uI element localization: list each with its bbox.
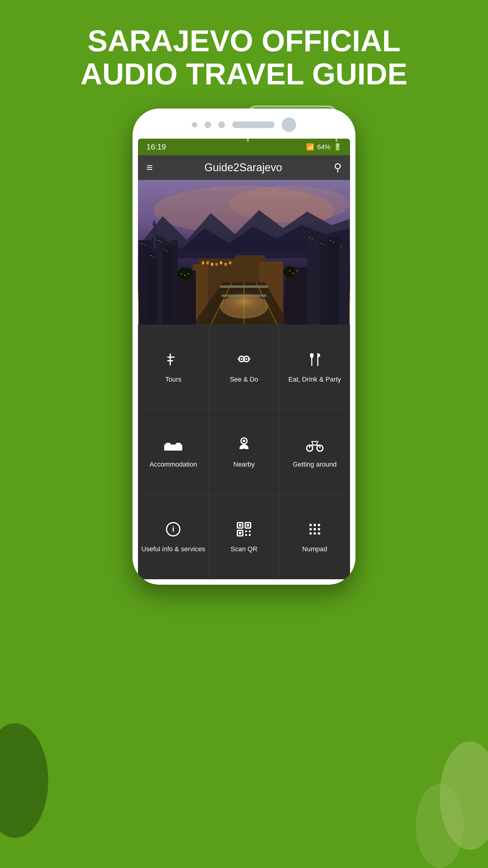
menu-item-getting-around[interactable]: Getting around [279,410,350,495]
phone-mockup: 16:19 📶 64% 🔋 ≡ Guide2Sarajevo ⚲ [133,108,355,772]
svg-rect-79 [243,358,245,360]
svg-rect-56 [181,273,182,274]
svg-line-95 [312,441,313,445]
city-hero-image [138,180,350,324]
svg-rect-108 [245,534,247,536]
svg-rect-40 [216,263,218,266]
scan-qr-icon [235,520,253,541]
svg-rect-9 [172,240,178,324]
svg-point-66 [274,190,275,191]
svg-point-112 [318,524,320,526]
svg-rect-101 [239,524,241,527]
svg-point-65 [235,195,235,195]
svg-rect-103 [247,524,249,527]
svg-rect-51 [221,294,267,297]
svg-point-67 [304,196,304,197]
svg-rect-13 [142,243,143,244]
svg-text:i: i [172,524,174,533]
menu-item-numpad[interactable]: Numpad [279,494,350,579]
svg-point-64 [214,189,215,190]
svg-point-62 [168,192,169,193]
svg-rect-71 [167,356,175,358]
svg-point-88 [243,440,245,442]
sensor-dot-3 [218,121,225,128]
accommodation-icon [163,435,184,456]
phone-shell: 16:19 📶 64% 🔋 ≡ Guide2Sarajevo ⚲ [133,108,355,585]
svg-point-68 [325,192,326,193]
see-do-label: See & Do [230,375,258,383]
toolbar: ≡ Guide2Sarajevo ⚲ [138,155,350,180]
svg-point-76 [246,358,247,360]
svg-rect-59 [289,270,290,271]
svg-rect-17 [158,240,159,241]
getting-around-label: Getting around [293,461,337,468]
svg-rect-107 [249,530,251,532]
svg-rect-86 [164,447,182,448]
menu-item-see-do[interactable]: See & Do [209,324,280,410]
numpad-icon [306,520,324,541]
svg-rect-27 [312,239,313,239]
decorative-wave-right2 [416,784,464,868]
svg-rect-72 [167,360,173,361]
menu-item-accommodation[interactable]: Accommodation [138,410,209,495]
status-icons: 📶 64% 🔋 [306,143,341,151]
svg-rect-85 [175,443,181,447]
app-title: Guide2Sarajevo [159,161,328,174]
nearby-label: Nearby [233,461,255,468]
phone-sensors [133,118,355,132]
svg-point-74 [241,358,242,360]
svg-rect-10 [154,225,156,249]
useful-info-label: Useful info & services [141,545,205,553]
menu-item-eat-drink[interactable]: Eat, Drink & Party [279,324,350,410]
svg-rect-28 [321,243,322,244]
svg-rect-26 [309,237,310,238]
svg-rect-105 [239,532,241,534]
menu-item-scan-qr[interactable]: Scan QR [209,494,280,579]
sensor-dot-1 [192,122,197,127]
svg-rect-83 [164,449,182,451]
svg-rect-5 [138,240,151,324]
sensor-camera [282,118,296,132]
getting-around-icon [304,435,325,456]
see-do-icon [235,350,253,371]
svg-rect-14 [144,245,145,245]
svg-rect-32 [340,246,341,247]
menu-item-nearby[interactable]: Nearby [209,410,280,495]
svg-rect-16 [153,257,154,257]
svg-rect-18 [160,242,161,242]
svg-rect-106 [245,530,247,532]
accommodation-label: Accommodation [150,461,197,468]
svg-rect-21 [173,243,174,244]
scan-qr-label: Scan QR [230,545,257,553]
svg-rect-12 [140,243,141,244]
status-time: 16:19 [147,142,166,152]
svg-rect-38 [206,261,209,264]
svg-rect-43 [229,261,231,264]
svg-rect-37 [202,261,204,264]
svg-rect-22 [307,234,321,324]
menu-item-tours[interactable]: Tours [138,324,209,410]
battery-icon: 🔋 [333,143,341,151]
svg-rect-57 [184,275,186,276]
svg-rect-25 [339,243,350,324]
svg-rect-58 [188,273,189,274]
svg-rect-60 [293,273,294,274]
tours-label: Tours [165,375,181,383]
menu-item-useful-info[interactable]: i Useful info & services [138,494,209,579]
svg-line-96 [316,441,318,445]
svg-point-54 [178,267,193,279]
svg-point-117 [314,532,316,535]
svg-point-113 [310,528,312,530]
wifi-icon: 📶 [306,143,314,151]
svg-rect-77 [238,358,240,360]
search-icon[interactable]: ⚲ [334,161,341,174]
svg-rect-15 [151,255,152,256]
svg-rect-31 [333,242,334,242]
phone-screen: 16:19 📶 64% 🔋 ≡ Guide2Sarajevo ⚲ [138,138,350,579]
svg-rect-30 [330,240,331,241]
menu-icon[interactable]: ≡ [147,161,153,174]
sensor-bar [232,121,274,128]
svg-point-110 [310,524,312,526]
svg-rect-78 [248,358,250,360]
svg-rect-50 [220,285,268,288]
